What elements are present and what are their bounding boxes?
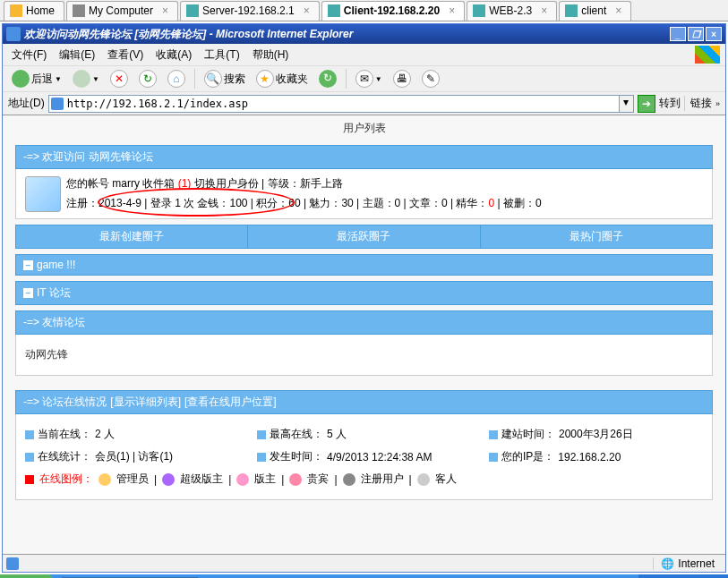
forward-button[interactable]: ▼ [69,68,103,89]
address-label: 地址(D) [8,96,45,111]
tab-close-icon[interactable]: × [615,4,621,17]
taskbar: ⊞开始 欢迎访问动网先锋论... 🔊 🖥 刘晨哥 5 [0,574,728,578]
system-tray[interactable]: 🔊 🖥 刘晨哥 5 [638,574,728,578]
address-input[interactable] [48,95,620,113]
favorites-button[interactable]: ★收藏夹 [253,68,312,89]
current-online: 2 人 [95,427,115,442]
circle-tabs: 最新创建圈子 最活跃圈子 最热门圈子 [15,225,713,249]
guest-icon [417,473,430,486]
tab-hot-circle[interactable]: 最热门圈子 [481,225,712,248]
section-it[interactable]: −IT 论坛 [15,281,713,305]
mail-button[interactable]: ✉▼ [352,68,386,89]
online-stats: 当前在线：2 人 最高在线：5 人 建站时间：2000年3月26日 在线统计：会… [15,414,713,500]
menu-bar: 文件(F) 编辑(E) 查看(V) 收藏(A) 工具(T) 帮助(H) [3,44,725,65]
tab-close-icon[interactable]: × [162,4,168,17]
friend-body: 动网先锋 [15,335,713,376]
vm-tab-server[interactable]: Server-192.168.2.1× [180,1,320,21]
welcome-header: -=> 欢迎访问 动网先锋论坛 [15,145,713,169]
user-panel: 您的帐号 marry 收件箱 (1) 切换用户身份 | 等级：新手上路 注册：2… [15,169,713,219]
links-expand-icon[interactable]: » [715,99,720,108]
vm-tab-mycomputer[interactable]: My Computer× [66,1,178,21]
go-label[interactable]: 转到 [659,96,681,111]
event-time: 4/9/2013 12:24:38 AM [327,451,432,463]
ie-status-icon [6,557,19,570]
section-game[interactable]: −game !!! [15,254,713,276]
menu-tools[interactable]: 工具(T) [201,46,243,64]
vm-tab-bar: Home My Computer× Server-192.168.2.1× Cl… [0,0,728,21]
back-button[interactable]: 后退▼ [8,68,65,89]
tab-close-icon[interactable]: × [541,4,547,17]
mod-icon [236,473,249,486]
menu-edit[interactable]: 编辑(E) [56,46,98,64]
address-bar: 地址(D) ▾ ➔ 转到 链接 » [3,92,725,115]
title-bar: 欢迎访问动网先锋论坛 [动网先锋论坛] - Microsoft Internet… [3,24,725,44]
search-button[interactable]: 🔍搜索 [201,68,249,89]
ie-window: 欢迎访问动网先锋论坛 [动网先锋论坛] - Microsoft Internet… [2,23,726,573]
section-friend[interactable]: -=> 友情论坛 [15,310,713,335]
tab-close-icon[interactable]: × [449,4,455,17]
start-button[interactable]: ⊞开始 [0,574,54,578]
admin-icon [98,473,111,486]
collapse-icon[interactable]: − [23,260,33,270]
show-detail-link[interactable]: [显示详细列表] [110,395,181,410]
vm-tab-client2[interactable]: client× [559,1,631,21]
toolbar: 后退▼ ▼ ✕ ↻ ⌂ 🔍搜索 ★收藏夹 ↻ ✉▼ 🖶 ✎ [3,65,725,92]
ie-icon [6,27,21,41]
account-name[interactable]: marry [112,177,140,190]
minimize-button[interactable]: _ [670,27,686,41]
go-button[interactable]: ➔ [638,95,655,113]
online-breakdown: 会员(1) | 访客(1) [95,449,173,464]
status-bar: 🌐Internet [3,554,725,572]
max-online: 5 人 [327,427,347,442]
vm-tab-home[interactable]: Home [4,1,64,21]
address-dropdown-icon[interactable]: ▾ [620,95,634,113]
internet-zone-icon: 🌐 [661,557,674,570]
user-list-link[interactable]: 用户列表 [3,115,725,141]
page-content: 用户列表 -=> 欢迎访问 动网先锋论坛 您的帐号 marry 收件箱 (1) … [3,115,725,554]
avatar [25,176,61,212]
windows-logo-icon [695,46,720,64]
user-icon [343,473,355,486]
menu-favorites[interactable]: 收藏(A) [152,46,195,64]
window-title: 欢迎访问动网先锋论坛 [动网先锋论坛] - Microsoft Internet… [24,27,353,42]
show-location-link[interactable]: [查看在线用户位置] [184,395,277,410]
online-header: -=> 论坛在线情况 [显示详细列表] [查看在线用户位置] [15,390,713,414]
tab-newest-circle[interactable]: 最新创建圈子 [16,225,248,248]
smod-icon [162,473,175,486]
vm-tab-client[interactable]: Client-192.168.2.20× [321,1,465,21]
switch-user-link[interactable]: 切换用户身份 [194,177,259,190]
vip-icon [289,473,302,486]
user-level: 新手上路 [300,177,343,190]
status-zone: Internet [678,557,715,570]
user-stats: 注册：2013-4-9 | 登录 1 次 金钱：100 | 积分：60 | 魅力… [66,197,489,209]
your-ip: 192.168.2.20 [558,451,621,463]
tab-active-circle[interactable]: 最活跃圈子 [248,225,480,248]
print-button[interactable]: 🖶 [390,68,415,89]
user-info: 您的帐号 marry 收件箱 (1) 切换用户身份 | 等级：新手上路 注册：2… [66,174,542,213]
site-since: 2000年3月26日 [559,427,633,442]
edit-button[interactable]: ✎ [418,68,443,89]
close-button[interactable]: × [706,27,722,41]
history-button[interactable]: ↻ [315,68,340,89]
tab-close-icon[interactable]: × [304,4,310,17]
stop-button[interactable]: ✕ [107,68,132,89]
vm-tab-web[interactable]: WEB-2.3× [467,1,557,21]
links-label[interactable]: 链接 [684,96,712,111]
inbox-count[interactable]: (1) [178,177,192,190]
menu-help[interactable]: 帮助(H) [249,46,293,64]
home-button[interactable]: ⌂ [164,68,189,89]
menu-view[interactable]: 查看(V) [104,46,147,64]
menu-file[interactable]: 文件(F) [8,46,50,64]
maximize-button[interactable]: ❐ [688,27,704,41]
collapse-icon[interactable]: − [23,288,33,298]
refresh-button[interactable]: ↻ [135,68,160,89]
